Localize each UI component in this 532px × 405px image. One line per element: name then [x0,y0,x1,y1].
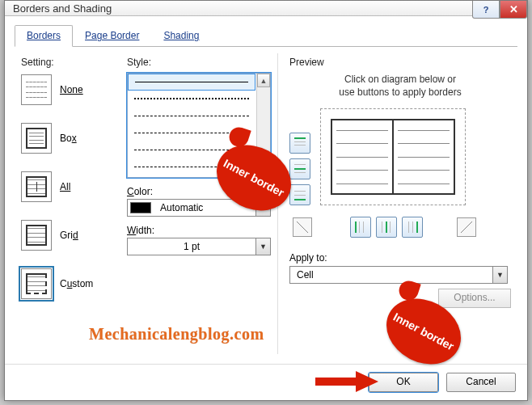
svg-line-19 [461,221,472,233]
color-swatch-icon [130,202,151,213]
setting-none-icon [21,74,52,105]
border-vmiddle-icon [380,221,393,234]
tab-shading[interactable]: Shading [151,25,211,47]
options-button: Options... [438,289,511,308]
svg-rect-4 [294,164,306,165]
svg-rect-6 [294,199,306,200]
border-left-icon [354,221,367,234]
preview-side-buttons [289,133,310,210]
window-title: Borders and Shading [13,2,112,15]
preview-diagram[interactable] [320,108,466,205]
width-value: 1 pt [128,238,255,255]
svg-rect-1 [294,141,306,142]
preview-box-wrap [320,108,466,210]
tab-page-border[interactable]: Page Border [73,25,151,47]
width-combo[interactable]: 1 pt ▼ [127,238,271,255]
preview-bottom-buttons [293,217,511,238]
setting-box-icon [21,123,52,154]
svg-rect-2 [294,145,306,146]
border-diag-up-icon [461,221,472,233]
svg-rect-16 [416,221,418,233]
border-right-button[interactable] [402,217,423,238]
svg-rect-15 [390,221,391,233]
border-right-icon [406,221,419,234]
style-row-dotted[interactable] [128,91,255,108]
svg-rect-10 [355,221,357,233]
tab-strip: Borders Page Border Shading [15,24,517,47]
apply-to-label: Apply to: [289,252,511,264]
border-diag-down-button[interactable] [293,217,312,237]
border-hmiddle-icon [293,162,306,175]
setting-box-label: Box [60,133,77,144]
settings-column: Setting: None Box [15,53,120,354]
setting-all-label: All [60,181,70,192]
tab-borders[interactable]: Borders [15,25,73,47]
border-hmiddle-button[interactable] [289,158,310,179]
settings-list: None Box All [21,74,113,299]
setting-custom-label: Custom [60,278,93,289]
preview-hint: Click on diagram below or use buttons to… [295,73,505,99]
setting-custom-icon [21,268,52,299]
svg-rect-11 [359,221,360,233]
style-row-dash-s[interactable] [128,108,255,124]
svg-rect-0 [294,137,306,139]
border-top-button[interactable] [289,133,310,154]
setting-none[interactable]: None [21,74,113,105]
tab-borders-label: Borders [27,30,61,41]
border-left-button[interactable] [350,217,371,238]
svg-marker-21 [356,371,378,392]
svg-rect-14 [382,221,382,233]
svg-rect-3 [294,168,306,170]
apply-to-combo[interactable]: Cell ▼ [289,266,508,284]
border-bottom-icon [293,188,306,201]
apply-to-dropdown-icon[interactable]: ▼ [492,267,507,283]
svg-rect-12 [363,221,364,233]
svg-rect-18 [412,221,413,233]
cancel-button[interactable]: Cancel [446,373,516,392]
svg-line-9 [297,221,308,233]
annotation-watermark: Mechanicalengblog.com [89,325,264,344]
preview-heading: Preview [289,57,511,68]
border-diag-up-button[interactable] [457,217,476,237]
setting-box[interactable]: Box [21,123,113,154]
svg-rect-17 [408,221,409,233]
dialog-footer: OK Cancel [5,364,527,400]
border-bottom-button[interactable] [289,184,310,205]
width-dropdown-icon[interactable]: ▼ [255,238,270,255]
setting-grid-label: Grid [60,230,78,241]
svg-rect-8 [294,195,306,196]
preview-hint-line1: Click on diagram below or [344,74,456,85]
style-heading: Style: [127,57,271,68]
apply-to-section: Apply to: Cell ▼ Options... [289,252,511,284]
border-diag-down-icon [297,221,308,233]
setting-grid-icon [21,220,52,251]
border-vmiddle-button[interactable] [376,217,397,238]
svg-rect-5 [294,172,306,173]
titlebar: Borders and Shading ? ✕ [5,1,527,16]
setting-all[interactable]: All [21,171,113,202]
svg-rect-13 [386,221,387,233]
border-top-icon [293,137,306,150]
scroll-up-icon[interactable]: ▲ [257,74,270,87]
preview-area [289,108,511,210]
apply-to-value: Cell [290,267,492,283]
setting-grid[interactable]: Grid [21,220,113,251]
preview-hint-line2: use buttons to apply borders [339,86,461,98]
width-label: Width: [127,225,271,236]
setting-custom[interactable]: Custom [21,268,113,299]
settings-heading: Setting: [21,57,113,68]
svg-rect-20 [315,378,356,386]
style-row-solid[interactable] [128,74,255,91]
tab-shading-label: Shading [163,30,199,41]
tab-page-border-label: Page Border [85,30,139,41]
setting-none-label: None [60,84,83,95]
svg-rect-7 [294,191,306,192]
setting-all-icon [21,171,52,202]
annotation-arrow-icon [315,371,380,392]
